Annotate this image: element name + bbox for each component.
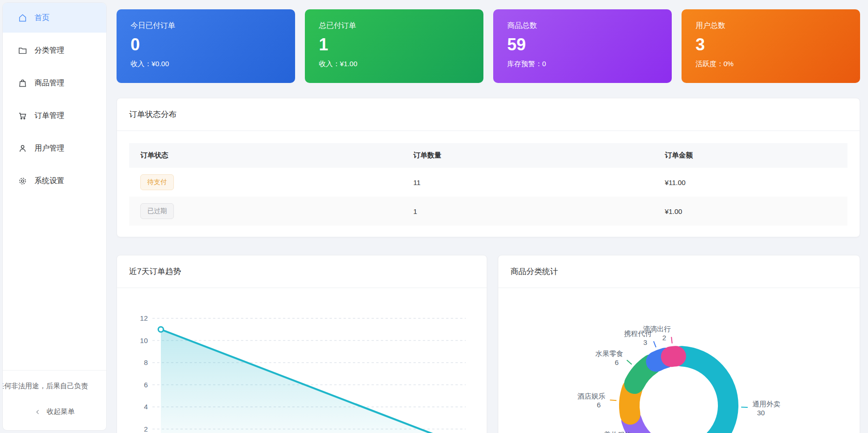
order-status-section: 订单状态分布 订单状态 订单数量 订单金额 待支付 11 [117, 98, 860, 237]
sidebar-item-label: 订单管理 [34, 111, 64, 121]
stat-subtitle: 收入：¥1.00 [319, 60, 469, 69]
stat-title: 今日已付订单 [131, 21, 281, 31]
sidebar-item-home[interactable]: 首页 [3, 3, 106, 33]
svg-text:通用外卖: 通用外卖 [752, 400, 780, 408]
stat-card-total-paid-orders: 总已付订单 1 收入：¥1.00 [305, 9, 483, 83]
dashboard-page: 首页 分类管理 商品管理 订单管理 [0, 0, 868, 433]
main-content: 今日已付订单 0 收入：¥0.00 总已付订单 1 收入：¥1.00 商品总数 … [107, 0, 868, 433]
order-status-table-wrap: 订单状态 订单数量 订单金额 待支付 11 ¥11.00 已过期 [117, 131, 860, 237]
sidebar-item-label: 系统设置 [34, 176, 64, 186]
order-trend-section: 近7天订单趋势 12108642 [117, 255, 487, 433]
collapse-menu-label: 收起菜单 [47, 407, 75, 416]
section-title: 近7天订单趋势 [117, 255, 487, 288]
order-amount-cell: ¥1.00 [654, 197, 847, 226]
order-amount-cell: ¥11.00 [654, 168, 847, 197]
svg-text:6: 6 [615, 358, 619, 366]
table-header-row: 订单状态 订单数量 订单金额 [129, 143, 847, 168]
charts-row: 近7天订单趋势 12108642 商品分类统计 通用外卖30美妆服饰12酒店娱乐… [117, 255, 860, 433]
order-status-table: 订单状态 订单数量 订单金额 待支付 11 ¥11.00 已过期 [129, 143, 847, 226]
line-chart: 12108642 [117, 288, 487, 433]
user-icon [18, 144, 28, 153]
svg-text:美妆服饰: 美妆服饰 [604, 431, 632, 433]
svg-text:12: 12 [140, 314, 148, 322]
stat-card-total-products: 商品总数 59 库存预警：0 [493, 9, 672, 83]
stats-row: 今日已付订单 0 收入：¥0.00 总已付订单 1 收入：¥1.00 商品总数 … [117, 9, 860, 83]
sidebar-item-users[interactable]: 用户管理 [3, 133, 106, 163]
stat-subtitle: 活跃度：0% [696, 60, 846, 69]
stat-value: 59 [507, 35, 658, 55]
status-badge: 待支付 [140, 174, 174, 190]
section-title: 订单状态分布 [117, 98, 860, 131]
stat-value: 3 [696, 35, 846, 55]
column-header-count: 订单数量 [402, 143, 654, 168]
stat-subtitle: 库存预警：0 [507, 60, 658, 69]
sidebar-spacer [3, 196, 106, 370]
svg-text:水果零食: 水果零食 [595, 350, 623, 357]
chevron-left-icon [34, 409, 41, 415]
sidebar: 首页 分类管理 商品管理 订单管理 [2, 2, 107, 431]
sidebar-item-categories[interactable]: 分类管理 [3, 35, 106, 65]
order-count-cell: 11 [402, 168, 654, 197]
sidebar-item-products[interactable]: 商品管理 [3, 68, 106, 98]
stat-value: 0 [131, 35, 281, 55]
sidebar-item-label: 分类管理 [34, 46, 64, 55]
donut-chart: 通用外卖30美妆服饰12酒店娱乐6水果零食6携程代付3滴滴出行2 [498, 288, 860, 433]
sidebar-item-label: 商品管理 [34, 78, 64, 88]
stat-title: 商品总数 [507, 21, 658, 31]
sidebar-item-label: 首页 [34, 13, 49, 23]
svg-text:4: 4 [144, 403, 148, 411]
svg-text:2: 2 [144, 425, 148, 433]
svg-text:滴滴出行: 滴滴出行 [643, 325, 671, 333]
table-row: 已过期 1 ¥1.00 [129, 197, 847, 226]
status-badge: 已过期 [140, 203, 174, 219]
sidebar-notice-text: 任何非法用途，后果自己负责 [3, 382, 88, 391]
sidebar-item-orders[interactable]: 订单管理 [3, 101, 106, 131]
folder-icon [18, 46, 28, 55]
order-count-cell: 1 [402, 197, 654, 226]
svg-text:6: 6 [597, 401, 600, 409]
stat-title: 用户总数 [696, 21, 846, 31]
bag-icon [18, 78, 28, 88]
svg-text:酒店娱乐: 酒店娱乐 [578, 392, 606, 400]
svg-text:6: 6 [144, 381, 148, 389]
sidebar-notice: 任何非法用途，后果自己负责 [3, 371, 106, 399]
stat-value: 1 [319, 35, 469, 55]
column-header-amount: 订单金额 [654, 143, 847, 168]
sidebar-item-settings[interactable]: 系统设置 [3, 166, 106, 196]
home-icon [18, 13, 28, 23]
svg-text:30: 30 [757, 409, 765, 417]
svg-text:8: 8 [144, 358, 148, 366]
column-header-status: 订单状态 [129, 143, 402, 168]
section-title: 商品分类统计 [498, 255, 860, 288]
stat-subtitle: 收入：¥0.00 [131, 60, 281, 69]
svg-text:3: 3 [643, 338, 647, 346]
stat-card-today-paid-orders: 今日已付订单 0 收入：¥0.00 [117, 9, 295, 83]
stat-card-total-users: 用户总数 3 活跃度：0% [682, 9, 860, 83]
gear-icon [18, 176, 28, 186]
svg-text:10: 10 [140, 337, 148, 344]
table-row: 待支付 11 ¥11.00 [129, 168, 847, 197]
sidebar-item-label: 用户管理 [34, 144, 64, 153]
svg-text:2: 2 [662, 334, 666, 342]
stat-title: 总已付订单 [319, 21, 469, 31]
cart-icon [18, 111, 28, 121]
sidebar-menu: 首页 分类管理 商品管理 订单管理 [3, 3, 106, 196]
collapse-menu-button[interactable]: 收起菜单 [3, 399, 106, 430]
category-stats-section: 商品分类统计 通用外卖30美妆服饰12酒店娱乐6水果零食6携程代付3滴滴出行2 [498, 255, 860, 433]
